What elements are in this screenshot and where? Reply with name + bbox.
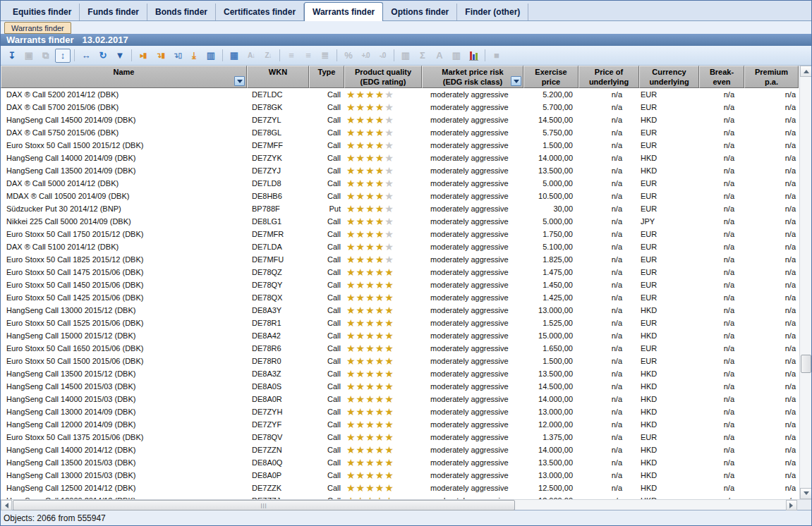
table-row[interactable]: Euro Stoxx 50 Call 1375 2015/06 (DBK)DE7…: [1, 431, 799, 444]
tab-options-finder[interactable]: Options finder: [383, 4, 457, 20]
column-header-exercise-price[interactable]: Exerciseprice: [523, 66, 578, 88]
table-row[interactable]: HangSeng Call 13000 2015/03 (DBK)DE8A0PC…: [1, 469, 799, 482]
insert-column-icon[interactable]: ▸▮: [135, 49, 151, 63]
tab-funds-finder[interactable]: Funds finder: [80, 4, 147, 20]
table-row[interactable]: HangSeng Call 13000 2014/09 (DBK)DE7ZYHC…: [1, 405, 799, 418]
align-left-icon[interactable]: ≡: [284, 49, 299, 63]
remove-decimal-icon[interactable]: -.0: [375, 49, 390, 63]
vertical-scrollbar[interactable]: [799, 66, 811, 499]
scroll-left-button[interactable]: [1, 500, 12, 510]
cell-wkn: DE8A0R: [247, 393, 309, 405]
table-row[interactable]: HangSeng Call 12000 2014/12 (DBK)DE7ZZJC…: [1, 494, 799, 499]
table-row[interactable]: DAX ® Call 5100 2014/12 (DBK)DE7LDACall★…: [1, 240, 799, 253]
table-row[interactable]: Euro Stoxx 50 Call 1475 2015/06 (DBK)DE7…: [1, 266, 799, 279]
table-row[interactable]: HangSeng Call 13500 2015/03 (DBK)DE8A0QC…: [1, 456, 799, 469]
column-header-product-quality[interactable]: Product quality(EDG rating): [344, 66, 422, 88]
toolbar-separator: [131, 49, 132, 61]
table-row[interactable]: HangSeng Call 14500 2015/03 (DBK)DE8A0SC…: [1, 380, 799, 393]
save-layout-icon[interactable]: ↧: [4, 49, 20, 63]
tab-certificates-finder[interactable]: Certificates finder: [216, 4, 304, 20]
cell-wkn: DE7ZYF: [247, 418, 309, 431]
tab-warrants-finder[interactable]: Warrants finder: [304, 2, 383, 21]
table-row[interactable]: HangSeng Call 12000 2014/09 (DBK)DE7ZYFC…: [1, 418, 799, 431]
fit-width-icon[interactable]: ↔: [78, 49, 94, 63]
table-row[interactable]: Euro Stoxx 50 Call 1500 2015/12 (DBK)DE7…: [1, 139, 799, 152]
table-row[interactable]: HangSeng Call 13500 2014/09 (DBK)DE7ZYJC…: [1, 164, 799, 177]
table-row[interactable]: Euro Stoxx 50 Call 1750 2015/12 (DBK)DE7…: [1, 228, 799, 240]
column-options-icon[interactable]: ▥: [203, 49, 219, 63]
table-row[interactable]: HangSeng Call 13000 2015/12 (DBK)DE8A3YC…: [1, 304, 799, 317]
column-header-break-even[interactable]: Break-even: [699, 66, 744, 88]
table-row[interactable]: Euro Stoxx 50 Call 1650 2015/06 (DBK)DE7…: [1, 342, 799, 355]
table-row[interactable]: MDAX ® Call 10500 2014/09 (DBK)DE8HB6Cal…: [1, 190, 799, 202]
column-filter-dropdown-name[interactable]: [234, 76, 245, 86]
shrink-view-icon[interactable]: ⧉: [38, 49, 54, 63]
align-right-icon[interactable]: ≣: [317, 49, 333, 63]
append-column-icon[interactable]: ⤓: [186, 49, 202, 63]
column-header-premium-pa[interactable]: Premiump.a.: [744, 66, 799, 88]
column-header-name[interactable]: Name: [1, 66, 247, 88]
expand-view-icon[interactable]: ▣: [21, 49, 37, 63]
chart-icon[interactable]: [466, 49, 481, 63]
scroll-down-button[interactable]: [800, 488, 812, 499]
cell-premium-pa: n/a: [744, 126, 799, 139]
sum-icon[interactable]: Σ: [415, 49, 430, 63]
horizontal-scrollbar[interactable]: |||: [1, 499, 797, 510]
align-center-icon[interactable]: ≡: [301, 49, 316, 63]
insert-column-before-icon[interactable]: ↴▮: [152, 49, 168, 63]
table-row[interactable]: DAX ® Call 5000 2014/12 (DBK)DE7LD8Call★…: [1, 177, 799, 190]
table-row[interactable]: HangSeng Call 14500 2014/09 (DBK)DE7ZYLC…: [1, 114, 799, 126]
up-arrow-icon: [804, 67, 809, 73]
table-row[interactable]: Euro Stoxx 50 Call 1425 2015/06 (DBK)DE7…: [1, 291, 799, 304]
horizontal-scrollbar-thumb[interactable]: |||: [13, 500, 515, 510]
fit-height-icon[interactable]: ↕: [55, 49, 71, 63]
table-row[interactable]: HangSeng Call 14000 2014/09 (DBK)DE7ZYKC…: [1, 152, 799, 164]
scroll-up-button[interactable]: [800, 66, 812, 77]
cell-type: Call: [309, 342, 344, 355]
table-row[interactable]: Euro Stoxx 50 Call 1450 2015/06 (DBK)DE7…: [1, 279, 799, 291]
table-row[interactable]: Nikkei 225 Call 5000 2014/09 (DBK)DE8LG1…: [1, 215, 799, 228]
percent-format-icon[interactable]: %: [341, 49, 356, 63]
table-row[interactable]: HangSeng Call 14000 2015/03 (DBK)DE8A0RC…: [1, 393, 799, 405]
filter-column-icon[interactable]: ▥: [398, 49, 413, 63]
table-row[interactable]: DAX ® Call 5700 2015/06 (DBK)DE78GKCall★…: [1, 101, 799, 114]
table-row[interactable]: HangSeng Call 14000 2014/12 (DBK)DE7ZZNC…: [1, 444, 799, 456]
tab-bonds-finder[interactable]: Bonds finder: [147, 4, 216, 20]
stop-icon[interactable]: ■: [489, 49, 504, 63]
column-filter-dropdown-market-price-risk[interactable]: [511, 76, 521, 86]
scroll-right-button[interactable]: [786, 500, 797, 510]
filter-icon[interactable]: ▼: [112, 49, 128, 63]
tab-equities-finder[interactable]: Equities finder: [5, 4, 80, 20]
table-row[interactable]: Euro Stoxx 50 Call 1500 2015/06 (DBK)DE7…: [1, 355, 799, 367]
subtab-warrants-finder[interactable]: Warrants finder: [4, 22, 71, 34]
column-header-wkn[interactable]: WKN: [247, 66, 309, 88]
column-header-market-price-risk[interactable]: Market price risk(EDG risk class): [422, 66, 523, 88]
insert-formula-column-icon[interactable]: ↴▯: [169, 49, 185, 63]
table-row[interactable]: HangSeng Call 13500 2015/12 (DBK)DE8A3ZC…: [1, 367, 799, 380]
sort-ascending-icon[interactable]: A↓: [243, 49, 259, 63]
tab-finder-other[interactable]: Finder (other): [457, 4, 528, 20]
refresh-icon[interactable]: ↻: [95, 49, 111, 63]
table-row[interactable]: DAX ® Call 5750 2015/06 (DBK)DE78GLCall★…: [1, 126, 799, 139]
cell-name: Euro Stoxx 50 Call 1500 2015/06 (DBK): [1, 355, 247, 367]
cell-price-of-underlying: n/a: [578, 240, 639, 253]
cell-break-even: n/a: [699, 215, 744, 228]
table-row[interactable]: Euro Stoxx 50 Call 1825 2015/12 (DBK)DE7…: [1, 253, 799, 266]
column-header-currency-underlying[interactable]: Currencyunderlying: [639, 66, 699, 88]
sort-descending-icon[interactable]: Z↓: [260, 49, 276, 63]
table-row[interactable]: Euro Stoxx 50 Call 1525 2015/06 (DBK)DE7…: [1, 317, 799, 329]
add-decimal-icon[interactable]: +.0: [358, 49, 373, 63]
table-row[interactable]: HangSeng Call 12500 2014/12 (DBK)DE7ZZKC…: [1, 482, 799, 494]
cell-type: Call: [309, 228, 344, 240]
vertical-scrollbar-thumb[interactable]: [801, 355, 811, 373]
table-row[interactable]: Südzucker Put 30 2014/12 (BNP)BP788FPut★…: [1, 202, 799, 215]
show-columns-icon[interactable]: ▦: [226, 49, 242, 63]
hide-columns-icon[interactable]: ▥: [449, 49, 464, 63]
star-filled-icon: ★: [346, 343, 356, 354]
font-icon[interactable]: A: [432, 49, 447, 63]
table-row[interactable]: DAX ® Call 5200 2014/12 (DBK)DE7LDCCall★…: [1, 88, 799, 101]
star-filled-icon: ★: [356, 292, 366, 303]
column-header-price-of-underlying[interactable]: Price ofunderlying: [578, 66, 639, 88]
table-row[interactable]: HangSeng Call 15000 2015/12 (DBK)DE8A42C…: [1, 329, 799, 342]
column-header-type[interactable]: Type: [309, 66, 344, 88]
